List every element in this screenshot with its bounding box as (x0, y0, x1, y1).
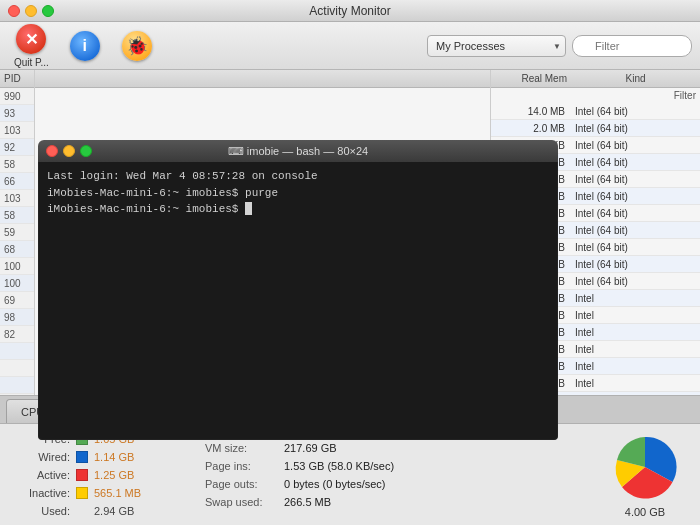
proc-kind: Intel (571, 327, 700, 338)
pid-cell (0, 377, 34, 394)
proc-mem: 2.0 MB (491, 123, 571, 134)
terminal-body[interactable]: Last login: Wed Mar 4 08:57:28 on consol… (38, 162, 558, 440)
vm-size-value: 217.69 GB (284, 442, 337, 454)
swap-used-row: Swap used: 266.5 MB (205, 496, 394, 508)
proc-mem: 14.0 MB (491, 106, 571, 117)
pid-header-label: PID (4, 73, 21, 84)
proc-kind: Intel (64 bit) (571, 106, 700, 117)
terminal-cursor (245, 202, 252, 215)
pid-cell: 58 (0, 156, 34, 173)
mem-used-row: Used: 2.94 GB (20, 505, 175, 517)
title-bar: Activity Monitor (0, 0, 700, 22)
proc-kind: Intel (64 bit) (571, 123, 700, 134)
proc-kind: Intel (64 bit) (571, 276, 700, 287)
wired-color-box (76, 451, 88, 463)
pid-cell: 98 (0, 309, 34, 326)
page-ins-row: Page ins: 1.53 GB (58.0 KB/sec) (205, 460, 394, 472)
memory-stats: VM size: 217.69 GB Page ins: 1.53 GB (58… (205, 442, 394, 508)
terminal-traffic-lights[interactable] (46, 145, 92, 157)
proc-kind: Intel (64 bit) (571, 140, 700, 151)
proc-kind: Intel (571, 361, 700, 372)
search-wrapper: 🔍 (572, 35, 692, 57)
filter-label: Filter (491, 88, 700, 103)
terminal-maximize[interactable] (80, 145, 92, 157)
terminal-line2: iMobies-Mac-mini-6:~ imobies$ purge (47, 185, 549, 202)
pid-cell: 103 (0, 122, 34, 139)
vm-size-label: VM size: (205, 442, 280, 454)
pid-cell: 82 (0, 326, 34, 343)
terminal-titlebar: ⌨ imobie — bash — 80×24 (38, 140, 558, 162)
active-label: Active: (20, 469, 70, 481)
terminal-title: ⌨ imobie — bash — 80×24 (228, 145, 368, 158)
proc-kind: Intel (64 bit) (571, 242, 700, 253)
pid-cell: 69 (0, 292, 34, 309)
close-button[interactable] (8, 5, 20, 17)
pid-rows: 99093103925866103585968100100699882 (0, 88, 34, 394)
proc-kind: Intel (571, 310, 700, 321)
minimize-button[interactable] (25, 5, 37, 17)
pid-cell: 990 (0, 88, 34, 105)
active-color-box (76, 469, 88, 481)
traffic-lights[interactable] (8, 5, 54, 17)
pid-col-header: PID (0, 70, 34, 88)
page-outs-label: Page outs: (205, 478, 280, 490)
mem-active-row: Active: 1.25 GB (20, 469, 175, 481)
search-input[interactable] (572, 35, 692, 57)
used-label: Used: (20, 505, 70, 517)
inspect-button[interactable]: i (63, 28, 107, 64)
real-mem-header: Real Mem (491, 73, 571, 84)
pid-cell: 66 (0, 173, 34, 190)
proc-kind: Intel (571, 378, 700, 389)
memory-labels: Free: 1.05 GB Wired: 1.14 GB Active: 1.2… (20, 433, 175, 517)
table-row: 14.0 MBIntel (64 bit) (491, 103, 700, 120)
process-filter-select[interactable]: My Processes All Processes Other User Pr… (427, 35, 566, 57)
page-ins-value: 1.53 GB (58.0 KB/sec) (284, 460, 394, 472)
info-icon: i (69, 30, 101, 62)
wired-value: 1.14 GB (94, 451, 134, 463)
swap-used-label: Swap used: (205, 496, 280, 508)
kind-header: Kind (571, 73, 700, 85)
spindump-icon: 🐞 (121, 30, 153, 62)
maximize-button[interactable] (42, 5, 54, 17)
active-value: 1.25 GB (94, 469, 134, 481)
mem-inactive-row: Inactive: 565.1 MB (20, 487, 175, 499)
pid-cell: 68 (0, 241, 34, 258)
quit-icon: ✕ (15, 23, 47, 55)
pie-label: 4.00 GB (625, 506, 665, 518)
window-title: Activity Monitor (309, 4, 390, 18)
toolbar-right: My Processes All Processes Other User Pr… (427, 35, 692, 57)
pid-cell (0, 360, 34, 377)
proc-kind: Intel (571, 344, 700, 355)
proc-kind: Intel (571, 293, 700, 304)
wired-label: Wired: (20, 451, 70, 463)
page-outs-value: 0 bytes (0 bytes/sec) (284, 478, 386, 490)
terminal-close[interactable] (46, 145, 58, 157)
pie-chart-container: 4.00 GB (610, 432, 680, 518)
toolbar: ✕ Quit P... i 🐞 My Processes All Process… (0, 22, 700, 70)
inactive-value: 565.1 MB (94, 487, 141, 499)
proc-kind: Intel (64 bit) (571, 225, 700, 236)
proc-kind: Intel (64 bit) (571, 259, 700, 270)
pid-cell: 100 (0, 275, 34, 292)
pid-cell: 92 (0, 139, 34, 156)
terminal-minimize[interactable] (63, 145, 75, 157)
terminal-window: ⌨ imobie — bash — 80×24 Last login: Wed … (38, 140, 558, 440)
spindump-button[interactable]: 🐞 (115, 28, 159, 64)
vm-size-row: VM size: 217.69 GB (205, 442, 394, 454)
proc-kind: Intel (64 bit) (571, 191, 700, 202)
quit-label: Quit P... (14, 57, 49, 68)
inactive-label: Inactive: (20, 487, 70, 499)
name-col-header (35, 70, 490, 88)
inactive-color-box (76, 487, 88, 499)
used-value: 2.94 GB (94, 505, 134, 517)
pie-chart (610, 432, 680, 502)
right-col-headers: Real Mem Kind (491, 70, 700, 88)
process-filter-wrapper: My Processes All Processes Other User Pr… (427, 35, 566, 57)
page-ins-label: Page ins: (205, 460, 280, 472)
terminal-line3: iMobies-Mac-mini-6:~ imobies$ (47, 201, 549, 218)
pid-cell: 93 (0, 105, 34, 122)
quit-process-button[interactable]: ✕ Quit P... (8, 21, 55, 70)
proc-kind: Intel (64 bit) (571, 174, 700, 185)
mem-wired-row: Wired: 1.14 GB (20, 451, 175, 463)
pid-cell: 103 (0, 190, 34, 207)
